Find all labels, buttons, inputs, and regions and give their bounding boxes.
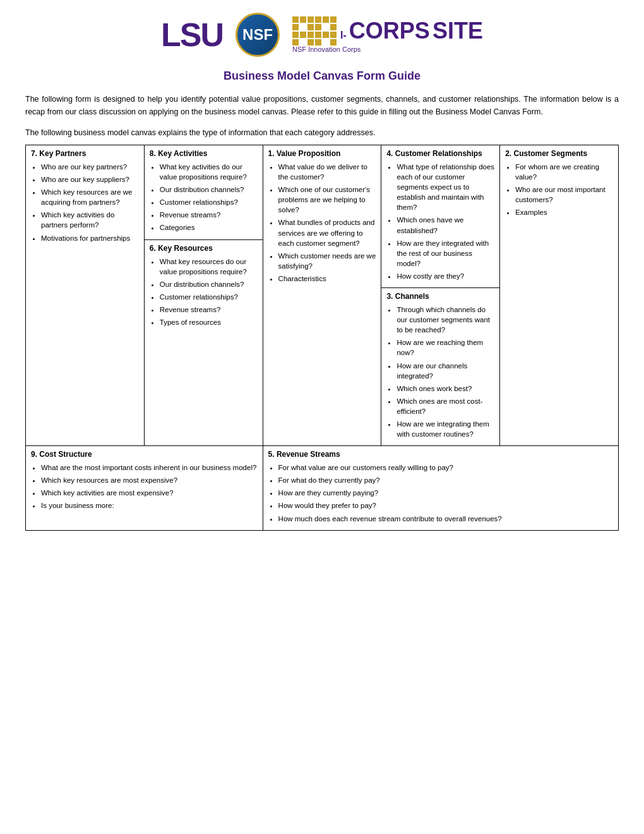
list-item: What are the most important costs inhere… bbox=[41, 462, 258, 473]
list-item: How much does each revenue stream contri… bbox=[278, 514, 613, 524]
key-partners-header: 7. Key Partners bbox=[31, 149, 139, 158]
list-item: How are we reaching them now? bbox=[397, 337, 494, 358]
customer-segments-list: For whom are we creating value? Who are … bbox=[514, 162, 613, 217]
key-activities-section: 8. Key Activities What key activities do… bbox=[145, 145, 263, 240]
list-item: How costly are they? bbox=[397, 271, 494, 281]
list-item: Categories bbox=[160, 222, 258, 233]
list-item: Which key resources are most expensive? bbox=[41, 475, 258, 485]
list-item: What value do we deliver to the customer… bbox=[278, 162, 376, 182]
list-item: Customer relationships? bbox=[160, 197, 258, 207]
channels-header: 3. Channels bbox=[386, 292, 494, 301]
revenue-streams-cell: 5. Revenue Streams For what value are ou… bbox=[263, 446, 618, 530]
nsf-subtitle: NSF Innovation Corps bbox=[292, 45, 361, 53]
key-activities-key-resources-cell: 8. Key Activities What key activities do… bbox=[144, 145, 263, 446]
customer-segments-header: 2. Customer Segments bbox=[505, 149, 613, 158]
list-item: For whom are we creating value? bbox=[515, 162, 613, 182]
revenue-streams-list: For what value are our customers really … bbox=[277, 462, 613, 523]
list-item: Which key resources are we acquiring fro… bbox=[41, 187, 139, 207]
list-item: How are they integrated with the rest of… bbox=[397, 238, 494, 269]
list-item: Which one of our customer's problems are… bbox=[278, 184, 376, 215]
list-item: Which key activities do partners perform… bbox=[41, 210, 139, 230]
corps-text: CORPS bbox=[349, 18, 430, 44]
list-item: Revenue streams? bbox=[160, 210, 258, 220]
channels-section: 3. Channels Through which channels do ou… bbox=[381, 288, 499, 445]
list-item: What type of relationship does each of o… bbox=[397, 162, 494, 212]
key-resources-list: What key resources do our value proposit… bbox=[158, 257, 258, 328]
list-item: Types of resources bbox=[160, 317, 258, 327]
list-item: Our distribution channels? bbox=[160, 184, 258, 195]
list-item: How are we integrating them with custome… bbox=[397, 419, 494, 439]
list-item: Through which channels do our customer s… bbox=[397, 305, 494, 335]
list-item: Which key activities are most expensive? bbox=[41, 488, 258, 498]
customer-relationships-header: 4. Customer Relationships bbox=[386, 149, 494, 158]
list-item: Which ones are most cost-efficient? bbox=[397, 396, 494, 416]
cost-structure-list: What are the most important costs inhere… bbox=[40, 462, 258, 511]
key-activities-header: 8. Key Activities bbox=[150, 149, 258, 158]
grid-icon bbox=[292, 16, 337, 45]
list-item: Which ones have we established? bbox=[397, 215, 494, 235]
list-item: How are they currently paying? bbox=[278, 488, 613, 498]
list-item: Revenue streams? bbox=[160, 305, 258, 315]
key-partners-cell: 7. Key Partners Who are our key partners… bbox=[26, 145, 145, 446]
header-logos: LSU NSF I- CORPS SITE NSF Innovation Cor… bbox=[25, 13, 619, 57]
customer-rel-channels-cell: 4. Customer Relationships What type of r… bbox=[381, 145, 500, 446]
list-item: Motivations for partnerships bbox=[41, 233, 139, 243]
list-item: Customer relationships? bbox=[160, 292, 258, 302]
list-item: Who are our key partners? bbox=[41, 162, 139, 172]
list-item: For what value are our customers really … bbox=[278, 462, 613, 473]
customer-relationships-list: What type of relationship does each of o… bbox=[395, 162, 494, 281]
lsu-logo: LSU bbox=[161, 16, 223, 54]
cost-structure-cell: 9. Cost Structure What are the most impo… bbox=[26, 446, 263, 530]
list-item: Characteristics bbox=[278, 274, 376, 284]
site-text: SITE bbox=[432, 18, 483, 44]
list-item: Examples bbox=[515, 207, 613, 217]
list-item: For what do they currently pay? bbox=[278, 475, 613, 485]
key-resources-header: 6. Key Resources bbox=[150, 244, 258, 253]
list-item: Our distribution channels? bbox=[160, 279, 258, 289]
nsf-logo: NSF bbox=[236, 13, 280, 57]
list-item: What key activities do our value proposi… bbox=[160, 162, 258, 182]
list-item: Which customer needs are we satisfying? bbox=[278, 251, 376, 271]
canvas-table: 7. Key Partners Who are our key partners… bbox=[25, 145, 619, 531]
customer-relationships-section: 4. Customer Relationships What type of r… bbox=[381, 145, 499, 288]
list-item: Is your business more: bbox=[41, 500, 258, 511]
list-item: How would they prefer to pay? bbox=[278, 500, 613, 511]
channels-list: Through which channels do our customer s… bbox=[395, 305, 494, 439]
key-activities-list: What key activities do our value proposi… bbox=[158, 162, 258, 233]
customer-segments-cell: 2. Customer Segments For whom are we cre… bbox=[500, 145, 619, 446]
intro-paragraph: The following form is designed to help y… bbox=[25, 93, 619, 118]
value-proposition-list: What value do we deliver to the customer… bbox=[277, 162, 376, 284]
list-item: Who are our most important customers? bbox=[515, 184, 613, 205]
list-item: What key resources do our value proposit… bbox=[160, 257, 258, 277]
page-title: Business Model Canvas Form Guide bbox=[25, 70, 619, 83]
key-resources-section: 6. Key Resources What key resources do o… bbox=[145, 240, 263, 334]
value-proposition-cell: 1. Value Proposition What value do we de… bbox=[263, 145, 381, 446]
icorps-logo: I- CORPS SITE NSF Innovation Corps bbox=[292, 16, 483, 53]
revenue-streams-header: 5. Revenue Streams bbox=[268, 450, 613, 459]
cost-structure-header: 9. Cost Structure bbox=[31, 450, 258, 459]
list-item: Who are our key suppliers? bbox=[41, 174, 139, 184]
key-partners-list: Who are our key partners? Who are our ke… bbox=[40, 162, 139, 243]
sub-intro: The following business model canvas expl… bbox=[25, 128, 619, 137]
value-proposition-header: 1. Value Proposition bbox=[268, 149, 376, 158]
list-item: Which ones work best? bbox=[397, 384, 494, 394]
list-item: How are our channels integrated? bbox=[397, 361, 494, 381]
list-item: What bundles of products and services ar… bbox=[278, 217, 376, 248]
